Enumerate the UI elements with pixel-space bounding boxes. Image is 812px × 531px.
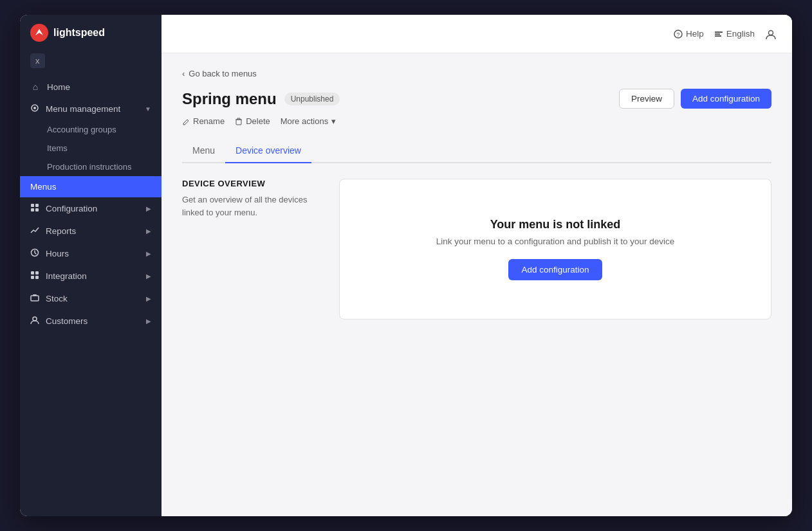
menu-management-icon: [30, 104, 39, 114]
tab-menu[interactable]: Menu: [182, 139, 225, 163]
help-link[interactable]: ? Help: [674, 29, 704, 39]
lightspeed-logo-icon: [30, 24, 48, 42]
svg-rect-4: [35, 204, 39, 207]
user-avatar[interactable]: [765, 28, 777, 40]
language-selector[interactable]: English: [714, 29, 755, 39]
sidebar-item-accounting-groups[interactable]: Accounting groups: [20, 120, 161, 139]
sidebar-item-items[interactable]: Items: [20, 139, 161, 158]
svg-point-14: [33, 317, 37, 321]
section-description-text: Get an overview of all the devices linke…: [182, 194, 324, 219]
svg-rect-19: [715, 35, 721, 37]
logo-text: lightspeed: [53, 27, 105, 39]
svg-rect-13: [33, 294, 37, 296]
svg-rect-18: [715, 33, 720, 35]
hours-chevron: ▶: [146, 250, 151, 257]
page-title-group: Spring menu Unpublished: [182, 90, 340, 108]
svg-rect-3: [31, 204, 34, 207]
device-card-title: Your menu is not linked: [490, 218, 621, 231]
top-bar: ? Help English: [161, 15, 792, 53]
sidebar-item-production-instructions[interactable]: Production instructions: [20, 158, 161, 176]
language-icon: [714, 30, 723, 39]
device-overview-section: DEVICE OVERVIEW Get an overview of all t…: [182, 179, 771, 320]
svg-rect-12: [31, 296, 39, 301]
svg-rect-11: [35, 276, 39, 279]
configuration-icon: [30, 203, 39, 214]
reports-icon: [30, 226, 39, 237]
help-icon: ?: [674, 30, 683, 39]
main-content: ? Help English ‹ Go back to menus Spring…: [161, 15, 792, 516]
section-description: DEVICE OVERVIEW Get an overview of all t…: [182, 179, 324, 320]
sidebar-item-customers[interactable]: Customers ▶: [20, 310, 161, 332]
sidebar-item-home[interactable]: ⌂ Home: [20, 76, 161, 98]
hours-icon: [30, 248, 39, 259]
configuration-chevron: ▶: [146, 205, 151, 212]
integration-icon: [30, 271, 39, 282]
delete-icon: [235, 118, 243, 125]
sidebar-item-integration[interactable]: Integration ▶: [20, 265, 161, 287]
reports-chevron: ▶: [146, 228, 151, 235]
svg-text:?: ?: [676, 32, 679, 38]
stock-icon: [30, 293, 39, 304]
svg-rect-6: [35, 208, 39, 212]
sidebar-item-menus[interactable]: Menus: [20, 176, 161, 197]
avatar-icon: [765, 28, 777, 40]
more-actions-chevron-icon: ▾: [331, 116, 336, 126]
customers-chevron: ▶: [146, 318, 151, 325]
sidebar-header: lightspeed: [20, 15, 161, 51]
delete-link[interactable]: Delete: [235, 116, 270, 126]
status-badge: Unpublished: [284, 93, 340, 105]
device-card-add-configuration-button[interactable]: Add configuration: [508, 259, 602, 280]
sidebar-close-button[interactable]: x: [30, 53, 45, 68]
svg-rect-17: [715, 32, 723, 33]
svg-point-2: [33, 107, 36, 109]
stock-chevron: ▶: [146, 295, 151, 302]
preview-button[interactable]: Preview: [619, 89, 674, 109]
integration-chevron: ▶: [146, 273, 151, 280]
more-actions-link[interactable]: More actions ▾: [281, 116, 336, 126]
breadcrumb[interactable]: ‹ Go back to menus: [182, 69, 771, 78]
sidebar-item-menu-management[interactable]: Menu management ▼: [20, 98, 161, 120]
add-configuration-button[interactable]: Add configuration: [681, 89, 771, 109]
rename-link[interactable]: Rename: [182, 116, 225, 126]
back-arrow-icon: ‹: [182, 69, 185, 78]
menu-management-chevron: ▼: [145, 105, 151, 113]
sidebar: lightspeed x ⌂ Home Menu management ▼ Ac…: [20, 15, 161, 516]
svg-point-20: [769, 30, 773, 35]
svg-rect-5: [31, 208, 34, 212]
home-icon: ⌂: [30, 82, 41, 92]
tab-device-overview[interactable]: Device overview: [225, 139, 311, 163]
sidebar-item-configuration[interactable]: Configuration ▶: [20, 197, 161, 220]
content-area: ‹ Go back to menus Spring menu Unpublish…: [161, 53, 792, 516]
app-window: lightspeed x ⌂ Home Menu management ▼ Ac…: [20, 15, 792, 516]
customers-icon: [30, 316, 39, 327]
sidebar-item-reports[interactable]: Reports ▶: [20, 220, 161, 242]
sidebar-item-stock[interactable]: Stock ▶: [20, 287, 161, 310]
rename-icon: [182, 118, 190, 125]
action-bar: Rename Delete More actions ▾: [182, 116, 771, 126]
device-card: Your menu is not linked Link your menu t…: [339, 179, 771, 320]
page-title: Spring menu: [182, 90, 277, 108]
page-header: Spring menu Unpublished Preview Add conf…: [182, 89, 771, 109]
section-title: DEVICE OVERVIEW: [182, 179, 324, 188]
header-actions: Preview Add configuration: [619, 89, 771, 109]
sidebar-navigation: ⌂ Home Menu management ▼ Accounting grou…: [20, 71, 161, 516]
svg-rect-8: [31, 271, 34, 274]
svg-rect-10: [31, 276, 34, 279]
device-card-description: Link your menu to a configuration and pu…: [436, 237, 675, 246]
svg-rect-9: [35, 271, 39, 274]
svg-rect-21: [236, 120, 241, 125]
tabs: Menu Device overview: [182, 139, 771, 163]
sidebar-item-hours[interactable]: Hours ▶: [20, 242, 161, 265]
